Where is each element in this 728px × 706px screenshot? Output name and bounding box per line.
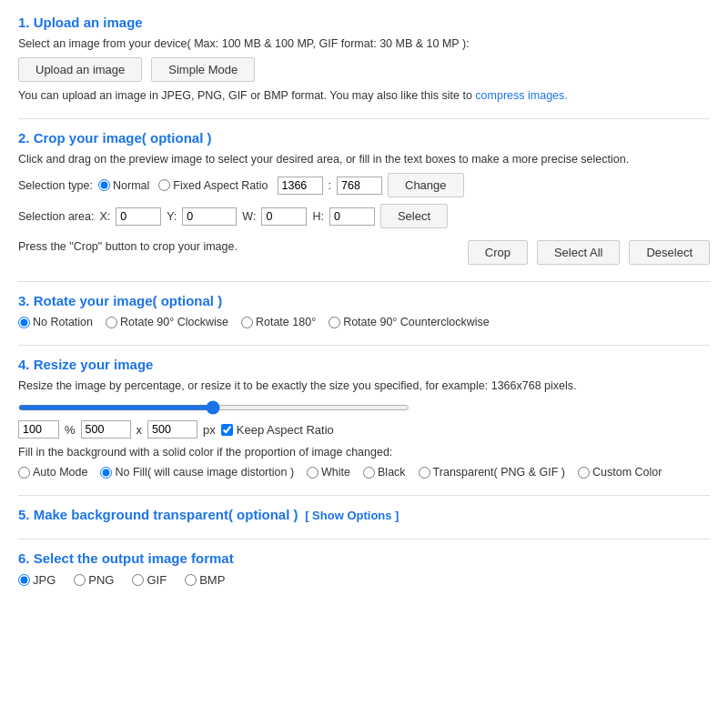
deselect-button[interactable]: Deselect [629,240,710,265]
fill-black-radio[interactable] [363,467,375,479]
rotate-cw-radio[interactable] [106,317,117,328]
section2-desc: Click and drag on the preview image to s… [18,153,710,166]
radio-normal-text: Normal [113,179,149,192]
keep-aspect-checkbox[interactable] [221,424,233,436]
fill-none-text: No Fill( will cause image distortion ) [115,466,294,479]
resize-slider[interactable] [18,405,410,410]
rotate-180-text: Rotate 180° [256,316,316,328]
radio-fixed-label[interactable]: Fixed Aspect Ratio [158,179,268,192]
fill-options-row: Auto Mode No Fill( will cause image dist… [18,466,710,479]
selection-area-label: Selection area: [18,210,94,223]
aspect-colon: : [329,179,331,192]
section-crop: 2. Crop your image( optional ) Click and… [18,130,710,265]
format-gif-radio[interactable] [132,574,144,586]
crop-action-container: Press the "Crop" button to crop your ima… [18,235,710,265]
format-jpg-label[interactable]: JPG [18,573,56,587]
aspect-width-input[interactable] [278,176,323,195]
rotate-ccw-text: Rotate 90° Counterclockwise [343,316,490,328]
px-label: px [203,423,216,437]
rotate-none-radio[interactable] [18,317,30,328]
format-gif-label[interactable]: GIF [132,573,167,587]
rotate-none-label[interactable]: No Rotation [18,316,93,328]
select-button[interactable]: Select [380,204,448,228]
format-bmp-radio[interactable] [185,574,197,586]
h-label: H: [312,210,324,223]
select-all-button[interactable]: Select All [537,240,620,265]
fill-none-radio[interactable] [100,467,112,479]
fill-auto-text: Auto Mode [33,466,87,479]
show-options-link[interactable]: [ Show Options ] [305,509,399,522]
format-bmp-text: BMP [199,573,225,587]
fill-custom-text: Custom Color [592,466,662,479]
format-jpg-radio[interactable] [18,574,30,586]
divider-2 [18,281,710,282]
keep-aspect-text: Keep Aspect Ratio [237,423,334,437]
y-input[interactable] [182,207,237,226]
format-png-label[interactable]: PNG [74,573,114,587]
keep-aspect-label[interactable]: Keep Aspect Ratio [221,423,334,437]
x-input[interactable] [116,207,161,226]
divider-3 [18,345,710,346]
divider-4 [18,495,710,496]
fill-custom-label[interactable]: Custom Color [578,466,662,479]
press-crop-note: Press the "Crop" button to crop your ima… [18,240,238,253]
resize-height-input[interactable] [147,420,197,439]
fill-white-label[interactable]: White [307,466,350,479]
fill-black-text: Black [378,466,406,479]
selection-type-row: Selection type: Normal Fixed Aspect Rati… [18,173,710,197]
format-bmp-label[interactable]: BMP [185,573,225,587]
fill-black-label[interactable]: Black [363,466,406,479]
crop-action-row: Crop Select All Deselect [468,240,710,265]
rotate-ccw-radio[interactable] [329,317,340,328]
radio-normal-label[interactable]: Normal [98,179,149,192]
resize-slider-container [18,399,710,413]
simple-mode-button[interactable]: Simple Mode [151,57,255,82]
format-jpg-text: JPG [33,573,56,587]
rotate-none-text: No Rotation [33,316,93,328]
section1-desc: Select an image from your device( Max: 1… [18,37,710,50]
rotate-cw-label[interactable]: Rotate 90° Clockwise [106,316,228,328]
format-options-row: JPG PNG GIF BMP [18,573,710,587]
fill-transparent-radio[interactable] [419,467,430,479]
radio-normal[interactable] [98,179,110,191]
w-input[interactable] [261,207,307,226]
divider-5 [18,539,710,540]
section6-title: 6. Select the output image format [18,550,710,566]
compress-link[interactable]: compress images. [475,89,567,102]
section-format: 6. Select the output image format JPG PN… [18,550,710,587]
resize-percent-input[interactable] [18,420,59,439]
section1-title: 1. Upload an image [18,15,710,30]
upload-note-text: You can upload an image in JPEG, PNG, GI… [18,89,475,102]
upload-image-button[interactable]: Upload an image [18,57,142,82]
crop-button[interactable]: Crop [468,240,528,265]
fill-auto-radio[interactable] [18,467,30,479]
radio-fixed-text: Fixed Aspect Ratio [173,179,268,192]
y-label: Y: [167,210,177,223]
fill-note: Fill in the background with a solid colo… [18,446,710,459]
change-button[interactable]: Change [388,173,464,197]
fill-transparent-label[interactable]: Transparent( PNG & GIF ) [419,466,565,479]
section4-desc: Resize the image by percentage, or resiz… [18,379,710,392]
selection-type-label: Selection type: [18,179,93,192]
w-label: W: [242,210,256,223]
fill-custom-radio[interactable] [578,467,590,479]
rotate-cw-text: Rotate 90° Clockwise [120,316,228,328]
radio-fixed[interactable] [158,179,170,191]
rotate-180-radio[interactable] [241,317,253,328]
aspect-height-input[interactable] [337,176,382,195]
format-png-radio[interactable] [74,574,86,586]
rotate-options-row: No Rotation Rotate 90° Clockwise Rotate … [18,316,710,328]
section5-title: 5. Make background transparent( optional… [18,507,298,522]
section-upload: 1. Upload an image Select an image from … [18,15,710,102]
rotate-ccw-label[interactable]: Rotate 90° Counterclockwise [329,316,490,328]
x-label: X: [99,210,110,223]
fill-white-radio[interactable] [307,467,318,479]
rotate-180-label[interactable]: Rotate 180° [241,316,316,328]
fill-auto-label[interactable]: Auto Mode [18,466,87,479]
format-gif-text: GIF [147,573,167,587]
h-input[interactable] [329,207,375,226]
fill-white-text: White [321,466,350,479]
fill-none-label[interactable]: No Fill( will cause image distortion ) [100,466,294,479]
section2-title: 2. Crop your image( optional ) [18,130,710,146]
resize-width-input[interactable] [81,420,131,439]
